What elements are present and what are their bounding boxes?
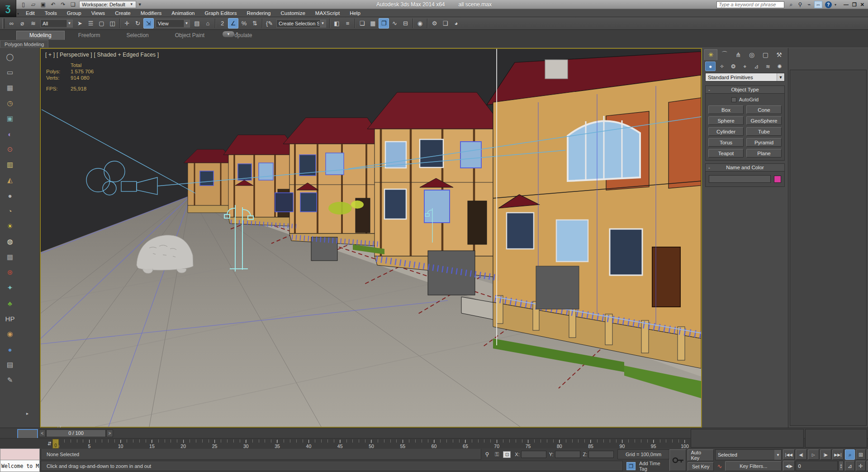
new-scene-icon[interactable]: ▯ <box>19 1 28 8</box>
name-and-color-rollout-header[interactable]: - Name and Color <box>706 164 784 172</box>
isolate-selection-icon[interactable]: ⚲ <box>482 450 492 459</box>
time-slider-playhead[interactable]: 0 <box>52 439 59 448</box>
grid-tool-icon[interactable]: ▦ <box>5 82 15 93</box>
current-frame-field[interactable]: 0 <box>796 461 838 471</box>
menu-item[interactable]: Edit <box>21 10 40 16</box>
spinner-snap-icon[interactable]: ⇅ <box>250 18 260 29</box>
spacewarps-subtab[interactable]: ≋ <box>763 62 773 71</box>
object-type-button[interactable]: Plane <box>746 149 782 157</box>
select-by-name-icon[interactable]: ☰ <box>85 18 96 29</box>
menu-item[interactable]: Create <box>110 10 136 16</box>
next-frame-button[interactable]: |▶ <box>820 449 831 460</box>
align-icon[interactable]: ≡ <box>342 18 353 29</box>
track-next-button[interactable]: > <box>106 429 113 437</box>
red-orb-tool-icon[interactable]: ⊙ <box>5 144 15 155</box>
autogrid-checkbox[interactable] <box>731 97 736 102</box>
rectangle-tool-icon[interactable]: ▭ <box>5 67 15 78</box>
zoom-all-button[interactable]: ⊞ <box>856 449 866 460</box>
schematic-view-icon[interactable]: ⊟ <box>400 18 411 29</box>
helpers-subtab[interactable]: ⊿ <box>751 62 762 71</box>
object-type-rollout-header[interactable]: - Object Type <box>706 86 784 94</box>
viewport-label[interactable]: [ + ] [ Perspective ] [ Shaded + Edged F… <box>45 52 159 58</box>
object-type-button[interactable]: Cone <box>746 105 782 114</box>
frame-spinner[interactable]: ▲▼ <box>839 461 844 471</box>
object-color-swatch[interactable] <box>774 176 781 183</box>
object-type-button[interactable]: GeoSphere <box>746 116 782 125</box>
field-of-view-button[interactable]: ⊿ <box>845 461 855 471</box>
geometry-subtab[interactable]: ● <box>705 62 716 71</box>
pearl-tool-icon[interactable]: ◍ <box>5 236 15 247</box>
snaps-toggle-icon[interactable]: 2 <box>217 18 228 29</box>
use-pivot-point-icon[interactable]: ▤ <box>192 18 202 29</box>
application-menu-button[interactable]: Ʒ <box>0 0 16 17</box>
pan-button[interactable]: ✛ <box>856 461 866 471</box>
utilities-tab[interactable]: ⚒ <box>773 49 786 60</box>
maxscript-mini-listener[interactable] <box>0 448 40 460</box>
create-tab[interactable]: ✳ <box>704 49 717 60</box>
named-selection-sets-dropdown[interactable]: Create Selection Se▼ <box>276 19 326 28</box>
toggle-scene-explorer-icon[interactable]: ❐ <box>379 18 389 29</box>
object-type-button[interactable]: Cylinder <box>708 127 744 136</box>
menu-item[interactable]: MAXScript <box>310 10 345 16</box>
ribbon-tab[interactable]: Selection <box>114 31 161 40</box>
select-and-place-icon[interactable]: ⌂ <box>203 18 213 29</box>
search-input[interactable] <box>716 1 784 8</box>
ribbon-tab[interactable]: Freeform <box>66 31 113 40</box>
motion-tab[interactable]: ◎ <box>745 49 759 60</box>
sphere-tool-icon[interactable]: ● <box>5 190 15 201</box>
select-object-icon[interactable]: ➤ <box>75 18 85 29</box>
hp-tool-icon[interactable]: HP <box>5 313 15 324</box>
sun-tool-icon[interactable]: ☀ <box>5 221 15 232</box>
object-type-button[interactable]: Pyramid <box>746 138 782 147</box>
cameras-subtab[interactable]: ⌖ <box>740 62 750 71</box>
selection-filter-dropdown[interactable]: All▼ <box>40 19 73 28</box>
half-sphere-tool-icon[interactable]: ◐ <box>5 129 15 139</box>
rectangular-selection-region-icon[interactable]: ▢ <box>96 18 107 29</box>
primitive-category-dropdown[interactable]: Standard Primitives ▼ <box>705 73 785 81</box>
auto-key-button[interactable]: Auto Key <box>688 449 714 461</box>
percent-snap-icon[interactable]: % <box>239 18 249 29</box>
unlink-selection-icon[interactable]: ⌀ <box>17 18 28 29</box>
object-type-button[interactable]: Teapot <box>708 149 744 157</box>
ellipse-tool-icon[interactable]: ◯ <box>5 52 15 62</box>
menu-item[interactable]: Modifiers <box>136 10 167 16</box>
hierarchy-tab[interactable]: ⋔ <box>731 49 745 60</box>
object-type-button[interactable]: Torus <box>708 138 744 147</box>
set-keys-button[interactable] <box>669 449 686 471</box>
open-file-icon[interactable]: ▱ <box>29 1 38 8</box>
plant-tool-icon[interactable]: ♣ <box>5 298 15 309</box>
hatch-tool-icon[interactable]: ▩ <box>5 252 15 262</box>
favorites-exchange-icon[interactable]: ⇔ <box>814 1 822 8</box>
menu-item[interactable]: Customize <box>275 10 310 16</box>
ribbon-tab[interactable]: Object Paint <box>162 31 217 40</box>
lights-subtab[interactable]: ❂ <box>728 62 739 71</box>
polygon-modeling-panel-tab[interactable]: Polygon Modeling <box>0 40 48 48</box>
select-and-rotate-icon[interactable]: ↻ <box>133 18 143 29</box>
blue-orb-tool-icon[interactable]: ● <box>5 344 15 355</box>
clock-tool-icon[interactable]: ◷ <box>5 98 15 109</box>
set-key-button[interactable]: Set Key <box>688 462 714 471</box>
help-dropdown-icon[interactable]: ▾ <box>835 3 836 7</box>
maxscript-listener-line[interactable]: Welcome to M <box>0 460 40 472</box>
select-and-move-icon[interactable]: ✛ <box>122 18 132 29</box>
pie-tool-icon[interactable]: ◔ <box>5 205 15 216</box>
toggle-ribbon-icon[interactable]: ▦ <box>368 18 378 29</box>
time-slider[interactable]: 0 / 100 <box>46 429 106 437</box>
render-production-icon[interactable]: ◕ <box>451 18 461 29</box>
time-tag-icon[interactable]: ❐ <box>626 462 636 470</box>
redo-icon[interactable]: ↷ <box>59 1 67 8</box>
systems-subtab[interactable]: ✺ <box>774 62 785 71</box>
spark-tool-icon[interactable]: ✦ <box>5 282 15 293</box>
default-in-out-tangents-icon[interactable]: ∿ <box>715 461 724 471</box>
menu-item[interactable]: Animation <box>166 10 199 16</box>
zoom-button[interactable]: ⌕ <box>845 449 855 460</box>
track-prev-button[interactable]: < <box>39 429 46 437</box>
menu-item[interactable]: Views <box>86 10 110 16</box>
object-type-button[interactable]: Tube <box>746 127 782 136</box>
object-type-button[interactable]: Sphere <box>708 116 744 125</box>
minimize-button[interactable]: — <box>844 2 849 8</box>
key-mode-dropdown[interactable]: Selected▼ <box>715 449 782 460</box>
ribbon-overflow-button[interactable]: ▼ <box>223 31 234 37</box>
quick-access-overflow-icon[interactable]: ▼ <box>138 2 142 7</box>
ribbon-minimize-icon[interactable]: ▾ <box>236 31 238 37</box>
